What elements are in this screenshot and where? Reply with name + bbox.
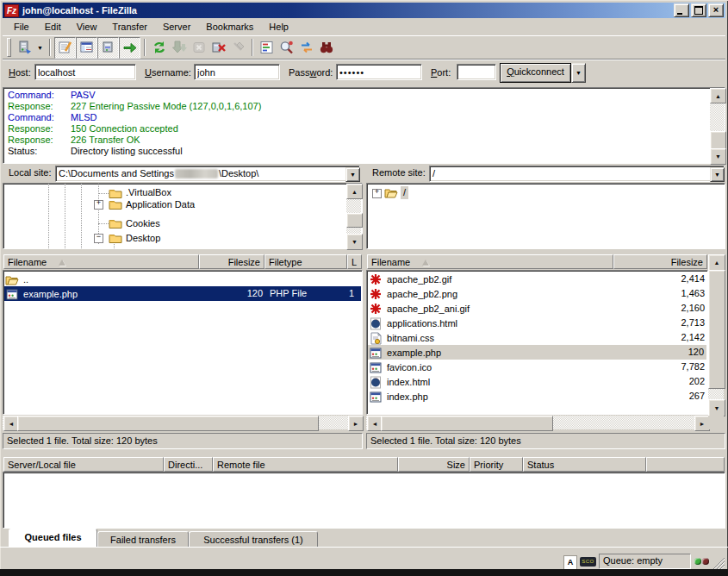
scroll-down-button[interactable]: ▼	[710, 148, 726, 165]
column-header-filetype[interactable]: Filetype	[264, 254, 347, 269]
host-input[interactable]	[34, 64, 136, 80]
scroll-up-button[interactable]: ▲	[710, 88, 726, 103]
menu-server[interactable]: Server	[155, 20, 198, 34]
column-header-status[interactable]: Status	[523, 457, 646, 472]
scroll-thumb[interactable]	[710, 131, 726, 149]
maximize-button[interactable]	[691, 3, 706, 17]
file-row-selected[interactable]: example.php 120	[368, 345, 706, 360]
toggle-message-log-button[interactable]	[54, 37, 76, 59]
file-row[interactable]: bitnami.css 2,142	[369, 330, 706, 345]
column-header-priority[interactable]: Priority	[470, 457, 523, 472]
file-row[interactable]: applications.html 2,713	[369, 316, 706, 330]
menu-bookmarks[interactable]: Bookmarks	[198, 20, 261, 34]
refresh-button[interactable]	[149, 38, 169, 58]
tab-successful-transfers[interactable]: Successful transfers (1)	[189, 531, 318, 547]
synchronized-browsing-button[interactable]	[296, 38, 316, 58]
menu-transfer[interactable]: Transfer	[104, 20, 155, 34]
quickconnect-dropdown[interactable]: ▼	[571, 63, 586, 83]
menu-edit[interactable]: Edit	[37, 20, 69, 34]
log-line: Response:226 Transfer OK	[8, 135, 140, 146]
minimize-button[interactable]	[674, 3, 689, 17]
column-header-lastmodified[interactable]: L	[347, 254, 362, 269]
reconnect-icon	[231, 40, 246, 55]
column-header-filesize[interactable]: Filesize	[613, 254, 707, 269]
directory-filter-button[interactable]	[257, 38, 277, 58]
column-header-remote-file[interactable]: Remote file	[213, 457, 398, 472]
file-row-parent[interactable]: ..	[5, 272, 360, 286]
column-header-server-local-file[interactable]: Server/Local file	[3, 457, 164, 472]
filter-icon	[259, 40, 275, 55]
scroll-down-button[interactable]: ▼	[346, 234, 363, 250]
file-row-selected[interactable]: example.php 120 PHP File 1	[4, 286, 361, 301]
local-tree: .VirtualBox + Application Data Cookies −…	[3, 183, 363, 249]
file-row[interactable]: apache_pb2.gif 2,414	[369, 272, 706, 286]
site-manager-dropdown[interactable]: ▼	[34, 39, 46, 57]
scroll-thumb[interactable]	[381, 416, 553, 431]
menu-help[interactable]: Help	[261, 20, 296, 34]
file-row[interactable]: index.php 267	[369, 389, 706, 404]
local-path-dropdown[interactable]: ▼	[345, 167, 360, 182]
close-icon: ×	[709, 3, 723, 16]
file-row[interactable]: apache_pb2.png 1,463	[369, 286, 706, 301]
activity-led-green	[694, 558, 701, 565]
column-header-size[interactable]: Size	[398, 457, 470, 472]
apache-image-icon	[369, 288, 383, 301]
local-path-combo[interactable]: C:\Documents and Settings\Desktop\	[55, 166, 360, 182]
file-row[interactable]: apache_pb2_ani.gif 2,160	[369, 301, 706, 316]
remote-path-dropdown[interactable]: ▼	[710, 167, 725, 182]
site-manager-button[interactable]	[15, 38, 34, 58]
toggle-queue-button[interactable]	[119, 37, 140, 59]
expand-icon[interactable]: +	[94, 200, 103, 210]
local-tree-icon	[79, 40, 95, 55]
cancel-operation-button[interactable]	[189, 38, 208, 58]
scroll-thumb[interactable]	[17, 416, 319, 431]
column-header-filename[interactable]: Filename	[3, 254, 199, 269]
expand-icon[interactable]: +	[372, 189, 382, 198]
column-header-filesize[interactable]: Filesize	[199, 254, 264, 269]
refresh-icon	[152, 40, 167, 55]
remote-path-combo[interactable]: /	[429, 166, 725, 182]
resize-grip[interactable]	[712, 556, 725, 569]
reconnect-button[interactable]	[228, 38, 248, 58]
message-log: Command:PASV Response:227 Entering Passi…	[3, 87, 725, 164]
file-row[interactable]: favicon.ico 7,782	[369, 360, 706, 374]
scroll-thumb[interactable]	[708, 270, 725, 389]
menu-view[interactable]: View	[69, 20, 105, 34]
username-input[interactable]	[194, 64, 280, 80]
log-line: Response:227 Entering Passive Mode (127,…	[8, 101, 261, 112]
html-file-icon	[369, 317, 383, 330]
password-input[interactable]	[336, 64, 422, 80]
scroll-down-button[interactable]: ▼	[708, 399, 725, 416]
encryption-badge[interactable]: SCO	[580, 557, 596, 567]
process-queue-button[interactable]	[169, 38, 189, 58]
css-file-icon	[369, 332, 383, 345]
transfer-type-indicator[interactable]: A	[563, 555, 577, 570]
toolbar-grip[interactable]	[7, 38, 11, 57]
column-header-direction[interactable]: Directi...	[164, 457, 213, 472]
window-title: john@localhost - FileZilla	[22, 5, 672, 16]
tree-root-label[interactable]: /	[401, 186, 408, 199]
scroll-up-button[interactable]: ▲	[708, 254, 725, 271]
scroll-thumb[interactable]	[346, 213, 363, 228]
remote-site-label: Remote site:	[368, 166, 430, 182]
local-list-header: Filename Filesize Filetype L	[3, 254, 363, 270]
menu-file[interactable]: File	[6, 20, 37, 34]
toggle-remote-tree-button[interactable]	[97, 37, 119, 59]
tab-queued-files[interactable]: Queued files	[9, 529, 97, 547]
find-files-button[interactable]	[316, 38, 336, 58]
menu-bar: File Edit View Transfer Server Bookmarks…	[3, 18, 725, 35]
toggle-local-tree-button[interactable]	[76, 37, 97, 59]
file-row[interactable]: index.html 202	[369, 374, 706, 389]
scroll-right-button[interactable]: ►	[348, 416, 364, 431]
tab-failed-transfers[interactable]: Failed transfers	[97, 531, 189, 547]
scroll-up-button[interactable]: ▲	[346, 184, 363, 199]
collapse-icon[interactable]: −	[94, 234, 103, 243]
port-input[interactable]	[457, 64, 496, 80]
disconnect-button[interactable]	[208, 38, 228, 58]
close-button[interactable]: ×	[708, 3, 724, 17]
column-header-filename[interactable]: Filename	[367, 254, 613, 269]
quickconnect-button[interactable]: Quickconnect	[500, 63, 571, 83]
message-log-icon	[58, 40, 73, 55]
compare-directories-button[interactable]	[277, 38, 296, 58]
php-file-icon	[369, 347, 383, 360]
